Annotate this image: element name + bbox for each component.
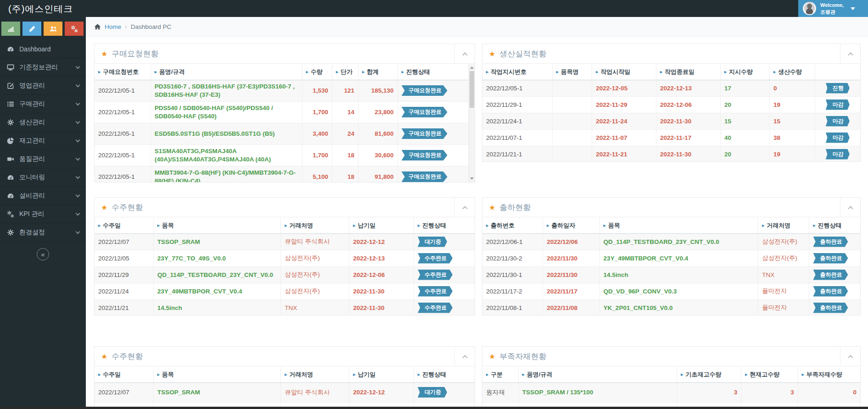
table-row[interactable]: 2022/12/07TSSOP_SRAM큐알티 주식회사2022-12-12대기… [95,233,475,250]
column-header[interactable]: 지시수량 [720,64,769,80]
panel-collapse-button[interactable] [840,198,860,217]
table-cell: 81,600 [358,123,398,144]
sidebar-collapse-button[interactable]: « [37,248,49,260]
column-header[interactable]: 수주일 [95,218,153,233]
table-row[interactable]: 2022/12/06-12022/12/06QD_114P_TESTBOARD_… [482,233,860,250]
table-row[interactable]: 2022/11/30-12022/11/3014.5inchTNX출하완료 [482,266,860,283]
sidebar-item-quality[interactable]: 품질관리 [0,150,86,168]
table-row[interactable]: 원자재TSSOP_SRAM / 135*100330 [482,382,860,402]
quick-button-users[interactable] [44,22,62,36]
table-cell: 수주완료 [414,250,475,266]
column-header[interactable]: 생산수량 [769,64,815,80]
panel-collapse-button[interactable] [454,198,475,217]
column-header[interactable]: 출하번호 [482,218,543,233]
table-row[interactable]: 2022/11/21-12022-11-212022-11-302019마감 [482,146,860,161]
home-icon [94,23,101,30]
gear-icon [7,118,15,126]
column-header[interactable]: 품목 [153,218,280,233]
sidebar-item-production[interactable]: 생산관리 [0,113,86,132]
breadcrumb-home-link[interactable]: Home [105,23,121,30]
column-header[interactable]: 현재고수량 [741,367,798,382]
column-header[interactable]: 진행상태 [414,367,475,382]
table-cell: 삼성전자(주) [281,283,349,299]
table-cell: 2022/12/05-1 [95,144,151,166]
column-header[interactable]: 구분 [482,367,518,382]
table-cell: 0 [798,382,860,402]
column-header[interactable]: 품목 [599,218,758,233]
scrollbar[interactable] [469,64,475,182]
column-header[interactable]: 거래처명 [281,218,349,233]
table-cell: 91,800 [358,166,398,182]
column-header[interactable]: 품목명 [552,64,592,80]
sidebar-item-base-info[interactable]: 기준정보관리 [0,58,86,77]
column-header[interactable]: 품명/규격 [518,367,677,382]
sidebar-item-dashboard[interactable]: Dashboard [0,40,86,58]
sidebar-item-equipment[interactable]: 설비관리 [0,187,86,205]
sidebar-item-inventory[interactable]: 재고관리 [0,132,86,150]
sort-arrow-icon [604,222,608,229]
sidebar-item-monitoring[interactable]: 모니터링 [0,168,86,187]
table-row[interactable]: 2022/12/05-1PD3S160-7 , SDB16HS-HAF (37-… [95,80,469,101]
table-row[interactable]: 2022/11/17-22022/11/17QD_VD_96P_CONV_V0.… [482,283,860,299]
sort-arrow-icon [285,222,289,229]
column-header[interactable]: 진행상태 [809,218,860,233]
column-header[interactable]: 작업시작일 [592,64,656,80]
column-header[interactable]: 부족자재수량 [798,367,860,382]
column-header[interactable]: 수량 [302,64,332,80]
scrollbar-thumb[interactable] [470,71,474,108]
column-header[interactable]: 단가 [332,64,358,80]
column-header[interactable]: 거래처명 [758,218,809,233]
column-header[interactable]: 작업종료일 [656,64,721,80]
table-row[interactable]: 2022/11/2114.5inchTNX2022-11-30수주완료 [95,299,475,315]
table-row[interactable]: 2022/11/2423Y_49MBTBPOR_CVT_V0.4삼성전자(주)2… [95,283,475,299]
column-header[interactable]: 진행상태 [414,218,475,233]
table-row[interactable]: 2022/11/24-12022-11-242022-11-301515마감 [482,113,860,129]
column-header[interactable]: 합계 [358,64,398,80]
chevron-up-icon [462,355,467,360]
table-row[interactable]: 2022/12/05-1MMBT3904-7-G-88(HF) (KIN-C4)… [95,166,469,182]
column-header[interactable]: 진행상태 [398,64,469,80]
table-cell: 18 [332,144,358,166]
video-camera-icon [7,155,15,163]
scroll-up-icon[interactable] [470,66,474,69]
sidebar-item-sales[interactable]: 영업관리 [0,77,86,95]
table-row[interactable]: 2022/11/30-22022/11/3023Y_49MBTBPOR_CVT_… [482,250,860,266]
panel-collapse-button[interactable] [840,347,860,366]
sidebar-item-kpi[interactable]: KPI 관리 [0,205,86,223]
column-header[interactable]: 구매요청번호 [95,64,151,80]
column-header[interactable]: 납기일 [349,218,414,233]
table-row[interactable]: 2022/11/29-12022-11-292022-12-062019마감 [482,96,860,113]
table-row[interactable]: 2022/11/07-12022-11-072022-11-174038마감 [482,129,860,146]
sidebar-item-purchase[interactable]: 구매관리 [0,95,86,113]
column-header[interactable]: 품목 [153,367,280,382]
quick-button-stats[interactable] [1,22,20,36]
column-header[interactable]: 납기일 [349,367,414,382]
star-icon [101,352,107,361]
table-row[interactable]: 2022/11/29QD_114P_TESTBOARD_23Y_CNT_V0.0… [95,266,475,283]
table-cell: 24 [332,123,358,144]
scroll-down-icon[interactable] [470,177,474,180]
app-title: (주)에스인테크 [8,3,73,15]
panel-collapse-button[interactable] [454,44,475,63]
column-header[interactable]: 수주일 [95,367,153,382]
sidebar-item-env[interactable]: 환경설정 [0,223,86,242]
quick-button-settings[interactable] [65,22,84,36]
table-row[interactable]: 2022/12/05-1S1SMA40AT3G,P4SMAJ40A (40A)/… [95,144,469,166]
column-header[interactable]: 작업지시번호 [482,64,552,80]
panel-title: 부족자재현황 [499,351,546,362]
table-row[interactable]: 2022/12/05-1PDS540 / SDB0540-HAF (S540)/… [95,101,469,123]
column-header[interactable]: 출하일자 [543,218,599,233]
table-row[interactable]: 2022/12/05-1ESD5B5.0ST1G (B5)/ESD5B5.0ST… [95,123,469,144]
column-header[interactable]: 기초재고수량 [677,367,741,382]
user-menu[interactable]: Welcome, 조평관 [798,0,868,17]
table-row[interactable]: 2022/12/05-12022-12-052022-12-13170진행 [482,80,860,96]
table-row[interactable]: 2022/11/08-12022/11/08YK_2P01_CNT105_V0.… [482,299,860,315]
panel-collapse-button[interactable] [840,44,860,63]
panel-header: 출하현황 [482,198,860,217]
panel-collapse-button[interactable] [454,347,475,366]
column-header[interactable]: 거래처명 [281,367,349,382]
table-row[interactable]: 2022/12/0523Y_77C_TO_49S_V0.0삼성전자(주)2022… [95,250,475,266]
quick-button-write[interactable] [22,22,41,36]
table-row[interactable]: 2022/12/07TSSOP_SRAM큐알티 주식회사2022-12-12대기… [95,382,475,402]
column-header[interactable]: 품명/규격 [151,64,302,80]
